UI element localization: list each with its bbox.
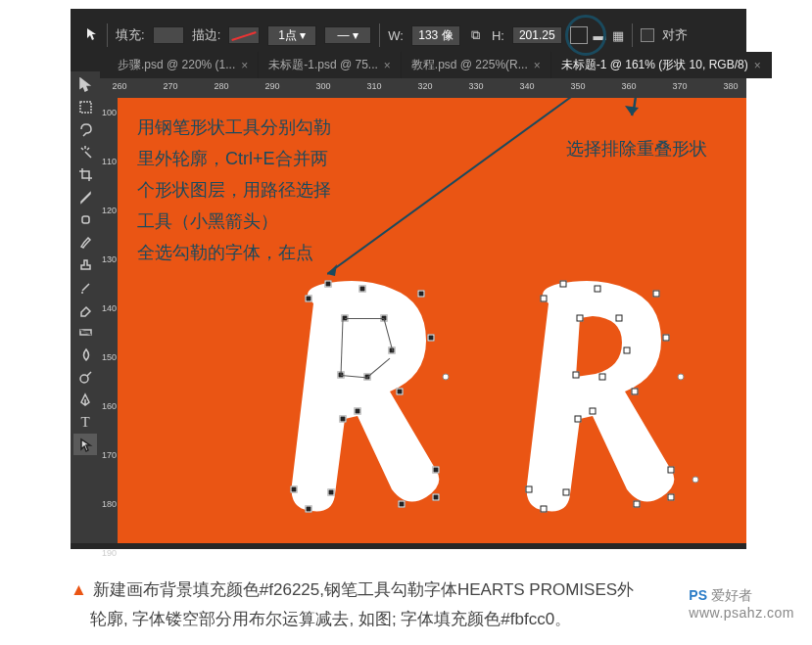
- anchor-point[interactable]: [590, 408, 597, 415]
- anchor-point[interactable]: [624, 347, 631, 354]
- caption-text: ▲新建画布背景填充颜色#f26225,钢笔工具勾勒字体HEARTS PROMIS…: [71, 576, 792, 634]
- anchor-point[interactable]: [433, 467, 440, 474]
- separator: [632, 23, 633, 47]
- anchor-point[interactable]: [397, 389, 404, 395]
- anchor-point[interactable]: [418, 291, 425, 298]
- anchor-point[interactable]: [306, 296, 312, 302]
- photoshop-window: 填充: 描边: 1点 ▾ — ▾ W: 133 像 ⧉ H: 201.25 ▬ …: [71, 9, 746, 549]
- arrange-icon[interactable]: ▦: [612, 28, 624, 43]
- stroke-swatch[interactable]: [228, 26, 260, 44]
- canvas[interactable]: 用钢笔形状工具分别勾勒 里外轮廓，Ctrl+E合并两 个形状图层，用路径选择 工…: [118, 98, 746, 543]
- anchor-point[interactable]: [541, 506, 548, 513]
- anchor-point[interactable]: [575, 416, 582, 423]
- anchor-point[interactable]: [653, 291, 660, 298]
- anchor-point[interactable]: [632, 389, 639, 395]
- w-label: W:: [388, 28, 404, 43]
- anchor-point[interactable]: [668, 467, 675, 474]
- link-icon[interactable]: ⧉: [468, 27, 484, 43]
- anchor-point[interactable]: [526, 486, 533, 493]
- wand-tool-icon[interactable]: [73, 141, 97, 162]
- anchor-point[interactable]: [563, 489, 570, 496]
- anchor-point[interactable]: [328, 489, 335, 496]
- tab-untitled-active[interactable]: 未标题-1 @ 161% (形状 10, RGB/8)×: [551, 52, 772, 78]
- pen-tool-icon[interactable]: [73, 389, 97, 410]
- anchor-point[interactable]: [340, 416, 347, 423]
- eraser-tool-icon[interactable]: [73, 299, 97, 320]
- path-select-icon: [85, 27, 99, 44]
- width-input[interactable]: 133 像: [411, 25, 460, 46]
- anchor-point[interactable]: [291, 486, 298, 493]
- anchor-point[interactable]: [573, 372, 580, 379]
- anchor-point[interactable]: [560, 281, 567, 288]
- anchor-point[interactable]: [355, 408, 361, 415]
- ruler-horizontal: 260270280290300310320330340350360370380: [100, 78, 746, 98]
- height-input[interactable]: 201.25: [512, 26, 562, 44]
- letter-r-left: [264, 264, 460, 538]
- tools-panel: T: [71, 71, 100, 543]
- close-icon[interactable]: ×: [534, 59, 541, 72]
- type-tool-icon[interactable]: T: [73, 411, 97, 433]
- anchor-point[interactable]: [433, 494, 440, 501]
- anchor-point[interactable]: [663, 335, 670, 342]
- stroke-style-input[interactable]: — ▾: [324, 26, 371, 44]
- svg-rect-0: [80, 102, 91, 113]
- dodge-tool-icon[interactable]: [73, 366, 97, 388]
- gradient-tool-icon[interactable]: [73, 321, 97, 343]
- ruler-vertical: 100110120130140150160170180190: [100, 98, 118, 543]
- fill-swatch[interactable]: [153, 26, 184, 44]
- align-label: 对齐: [662, 26, 688, 44]
- handle-point[interactable]: [443, 374, 450, 381]
- annotation-arrow: [607, 98, 666, 135]
- document-tabs: 步骤.psd @ 220% (1...× 未标题-1.psd @ 75...× …: [108, 52, 746, 78]
- move-tool-icon[interactable]: [73, 73, 97, 95]
- anchor-point[interactable]: [399, 501, 406, 508]
- anchor-point[interactable]: [668, 494, 675, 501]
- watermark: PS 爱好者 www.psahz.com: [689, 587, 794, 621]
- separator: [107, 23, 108, 47]
- anchor-point[interactable]: [325, 281, 332, 288]
- marquee-tool-icon[interactable]: [73, 96, 97, 117]
- path-select-tool-icon[interactable]: [73, 434, 97, 455]
- close-icon[interactable]: ×: [241, 59, 248, 72]
- tab-steps[interactable]: 步骤.psd @ 220% (1...×: [108, 52, 259, 78]
- close-icon[interactable]: ×: [384, 59, 391, 72]
- anchor-point[interactable]: [595, 286, 601, 293]
- history-brush-icon[interactable]: [73, 276, 97, 298]
- annotation-text-1: 用钢笔形状工具分别勾勒 里外轮廓，Ctrl+E合并两 个形状图层，用路径选择 工…: [137, 112, 331, 268]
- anchor-point[interactable]: [599, 374, 606, 381]
- annotation-line: [327, 98, 626, 276]
- anchor-point[interactable]: [359, 286, 366, 293]
- svg-point-3: [80, 375, 88, 383]
- brush-tool-icon[interactable]: [73, 231, 97, 253]
- letter-r-right: [500, 264, 695, 538]
- anchor-point[interactable]: [306, 506, 312, 513]
- combine-shapes-icon[interactable]: [570, 26, 588, 44]
- path-segment: [345, 318, 384, 319]
- fill-label: 填充:: [116, 26, 145, 44]
- handle-point[interactable]: [693, 477, 699, 484]
- tab-untitled1[interactable]: 未标题-1.psd @ 75...×: [259, 52, 402, 78]
- heal-tool-icon[interactable]: [73, 208, 97, 230]
- h-label: H:: [492, 28, 504, 43]
- eyedropper-tool-icon[interactable]: [73, 186, 97, 207]
- anchor-point[interactable]: [541, 296, 548, 302]
- blur-tool-icon[interactable]: [73, 344, 97, 365]
- stroke-width-input[interactable]: 1点 ▾: [267, 25, 316, 46]
- anchor-point[interactable]: [634, 501, 641, 508]
- anchor-point[interactable]: [616, 315, 623, 322]
- handle-point[interactable]: [678, 374, 685, 381]
- stamp-tool-icon[interactable]: [73, 253, 97, 275]
- triangle-bullet-icon: ▲: [71, 580, 87, 599]
- tab-tutorial[interactable]: 教程.psd @ 225%(R...×: [402, 52, 551, 78]
- close-icon[interactable]: ×: [754, 59, 761, 72]
- svg-marker-6: [625, 106, 639, 115]
- path-operations[interactable]: ▬ ▦: [570, 26, 624, 44]
- lasso-tool-icon[interactable]: [73, 118, 97, 140]
- crop-tool-icon[interactable]: [73, 163, 97, 185]
- separator: [379, 23, 380, 47]
- align-icon[interactable]: ▬: [594, 28, 606, 43]
- stroke-label: 描边:: [192, 26, 221, 44]
- anchor-point[interactable]: [428, 335, 435, 342]
- align-checkbox[interactable]: [641, 28, 654, 42]
- anchor-point[interactable]: [577, 315, 584, 322]
